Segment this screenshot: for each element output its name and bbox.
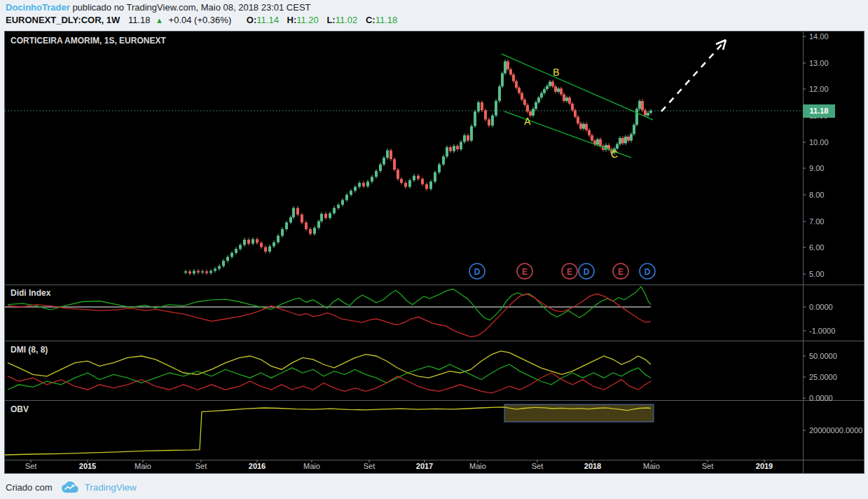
time-axis-label: Set: [195, 462, 207, 470]
tradingview-brand-link[interactable]: TradingView: [84, 482, 136, 493]
candle-body: [526, 105, 529, 111]
close-label: C:: [366, 15, 376, 25]
candle-body: [560, 88, 563, 94]
candle-body: [320, 214, 323, 221]
candle-body: [393, 159, 396, 170]
candle-body: [218, 266, 221, 269]
candle-body: [565, 97, 568, 101]
candle-body: [296, 208, 299, 214]
low-label: L:: [326, 15, 335, 25]
candle-body: [507, 62, 509, 69]
ohlc-values: O:11.14 H:11.20 L:11.02 C:11.18: [241, 15, 397, 25]
candle-body: [277, 235, 280, 242]
candle-body: [268, 246, 271, 252]
candle-body: [619, 138, 621, 144]
candle-body: [214, 268, 216, 271]
candle-body: [362, 183, 365, 186]
candle-body: [317, 221, 320, 228]
pane-title: Didi Index: [11, 288, 50, 298]
candle-body: [413, 176, 415, 180]
wave-label-A: A: [524, 116, 531, 127]
axis-value-label: 5.00: [809, 270, 824, 278]
candle-body: [397, 170, 399, 179]
candle-body: [434, 172, 436, 182]
candle-body: [532, 109, 535, 115]
candle-body: [512, 74, 515, 81]
candle-body: [518, 88, 521, 93]
candle-body: [375, 171, 378, 177]
candle-body: [563, 95, 565, 101]
time-axis-label: 2018: [584, 462, 601, 470]
axis-value-label: 14.00: [809, 32, 829, 41]
high-value: 11.20: [296, 15, 319, 25]
candle-body: [488, 119, 490, 125]
candle-body: [509, 69, 512, 75]
time-axis-label: Maio: [469, 462, 486, 470]
candle-body: [585, 124, 588, 130]
candle-body: [515, 81, 518, 88]
signal-letter-D: D: [584, 267, 590, 277]
created-with-label: Criado com: [6, 482, 52, 493]
candle-body: [498, 86, 501, 101]
candle-body: [404, 183, 407, 187]
pane-title: OBV: [11, 404, 29, 414]
candle-body: [390, 151, 392, 159]
candle-body: [425, 184, 428, 189]
candle-body: [647, 113, 649, 116]
symbol-line: EURONEXT_DLY:COR, 1W 11.18 ▲ +0.04 (+0.3…: [6, 15, 397, 25]
axis-value-label: 25.0000: [809, 373, 837, 381]
candle-body: [193, 271, 195, 273]
time-axis-label: Set: [25, 462, 37, 470]
axis-value-label: 0.0000: [809, 303, 833, 311]
candle-body: [596, 139, 599, 145]
candle-body: [197, 271, 200, 272]
symbol-name[interactable]: EURONEXT_DLY:COR, 1W: [6, 15, 120, 25]
candle-body: [551, 82, 554, 87]
axis-value-label: 8.00: [809, 191, 824, 199]
axis-value-label: -1.0000: [809, 327, 835, 335]
candle-body: [421, 179, 424, 184]
chart-canvas[interactable]: BACDEEDED CORTICEIRA AMORIM, 1S, EURONEX…: [4, 31, 864, 474]
candle-body: [429, 182, 432, 189]
candle-body: [495, 101, 497, 116]
time-axis-label: Set: [702, 462, 714, 470]
signal-letter-E: E: [522, 267, 528, 277]
candle-body: [484, 110, 487, 119]
candle-body: [463, 135, 466, 142]
candle-body: [366, 182, 369, 186]
obv-highlight-region: [504, 404, 654, 422]
candle-body: [292, 208, 295, 217]
candle-body: [540, 93, 543, 97]
candle-body: [449, 147, 452, 151]
candle-body: [644, 110, 647, 116]
candle-body: [329, 213, 331, 218]
candle-body: [239, 245, 242, 250]
tradingview-logo-icon: [62, 481, 78, 493]
candle-body: [474, 111, 476, 126]
candle-body: [408, 180, 411, 186]
candle-body: [481, 102, 483, 110]
axis-value-label: 7.00: [809, 217, 824, 226]
candle-body: [591, 135, 593, 141]
candle-body: [309, 229, 312, 234]
candle-body: [546, 86, 549, 90]
author-link[interactable]: DocinhoTrader: [6, 2, 70, 13]
candle-body: [341, 200, 344, 205]
candle-body: [571, 104, 574, 110]
candle-body: [209, 271, 212, 273]
candle-body: [400, 179, 403, 183]
axis-value-label: 0.0000: [809, 394, 833, 402]
close-value: 11.18: [376, 15, 398, 25]
candle-body: [285, 222, 288, 228]
candle-body: [627, 137, 630, 141]
candle-body: [201, 271, 204, 273]
candle-body: [621, 138, 624, 144]
chart-drawing-surface[interactable]: BACDEEDED: [5, 32, 864, 473]
candle-body: [252, 239, 254, 243]
candle-body: [529, 111, 532, 116]
up-triangle-icon: ▲: [156, 16, 163, 25]
candle-body: [577, 117, 579, 123]
candle-body: [358, 183, 361, 187]
time-axis-label: Maio: [643, 462, 660, 470]
candle-body: [281, 229, 284, 235]
